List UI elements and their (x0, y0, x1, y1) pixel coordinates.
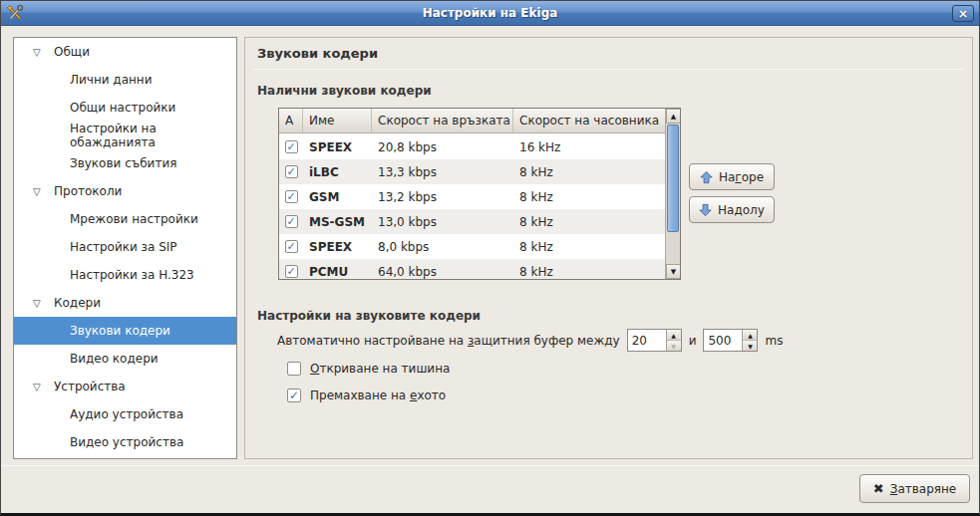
jitter-max-spinbox[interactable]: ▲ ▼ (703, 329, 758, 352)
table-row[interactable]: ✓ PCMU 64,0 kbps 8 kHz (279, 259, 665, 280)
spin-up-icon[interactable]: ▲ (667, 330, 681, 340)
spin-down-icon[interactable]: ▼ (667, 340, 681, 351)
spinner-steppers: ▲ ▼ (742, 330, 757, 351)
scroll-down-button[interactable]: ▼ (666, 264, 681, 279)
column-header-active[interactable]: A (279, 109, 303, 132)
sidebar-group-ustroystva[interactable]: ▽ Устройства (14, 373, 236, 400)
column-header-clockrate[interactable]: Скорост на часовника (513, 109, 665, 132)
codec-enabled-checkbox[interactable]: ✓ (285, 190, 298, 203)
sidebar-group-obshti[interactable]: ▽ Общи (14, 38, 236, 66)
table-row[interactable]: ✓ SPEEX 8,0 kbps 8 kHz (279, 234, 665, 259)
column-header-bitrate[interactable]: Скорост на връзката (372, 109, 513, 132)
codec-settings-label: Настройки на звуковите кодери (257, 309, 481, 323)
table-scrollbar[interactable]: ▲ ▼ (665, 109, 680, 279)
scroll-up-button[interactable]: ▲ (666, 109, 681, 124)
echo-cancellation-label: Премахване на ехото (310, 388, 446, 402)
jitter-buffer-row: Автоматично настройване на защитния буфе… (277, 329, 783, 352)
sidebar-group-protokoli[interactable]: ▽ Протоколи (14, 177, 236, 205)
sidebar-item-obshti-nastroyki[interactable]: Общи настройки (14, 94, 236, 122)
close-button[interactable]: ✖ Затваряне (859, 474, 970, 503)
check-icon: ✓ (286, 216, 295, 227)
table-row[interactable]: ✓ iLBC 13,3 kbps 8 kHz (279, 159, 665, 184)
codec-table-header: A Име Скорост на връзката Скорост на час… (279, 109, 665, 133)
unit-label: ms (765, 334, 783, 348)
codec-enabled-checkbox[interactable]: ✓ (285, 265, 298, 278)
scrollbar-thumb[interactable] (667, 125, 679, 232)
expander-icon[interactable]: ▽ (33, 47, 48, 58)
silence-detection-checkbox[interactable] (287, 362, 301, 376)
sidebar-group-koderi[interactable]: ▽ Кодери (14, 289, 236, 317)
down-arrow-icon (699, 203, 712, 217)
window-close-button[interactable]: × (952, 5, 974, 22)
spin-up-icon[interactable]: ▲ (743, 330, 757, 340)
sidebar-item-video-koderi[interactable]: Видео кодери (14, 345, 236, 373)
arrow-down-icon: ▼ (671, 268, 676, 276)
check-icon: ✓ (286, 166, 295, 177)
footer-separator (1, 465, 979, 466)
codec-table-body: ✓ SPEEX 20,8 kbps 16 kHz ✓ iLBC 13,3 kbp… (279, 134, 665, 280)
available-codecs-label: Налични звукови кодери (257, 84, 432, 98)
sidebar-item-lichni-danni[interactable]: Лични данни (14, 66, 236, 94)
up-arrow-icon (700, 170, 713, 184)
jitter-min-spinbox[interactable]: ▲ ▼ (627, 329, 682, 352)
column-header-name[interactable]: Име (303, 109, 372, 132)
codec-enabled-checkbox[interactable]: ✓ (285, 140, 298, 153)
jitter-buffer-label: Автоматично настройване на защитния буфе… (277, 334, 620, 348)
arrow-up-icon: ▲ (671, 113, 676, 121)
window-title: Настройки на Ekiga (1, 6, 979, 20)
preferences-window: Настройки на Ekiga × ▽ Общи Лични данни … (0, 0, 980, 516)
silence-detection-row[interactable]: Откриване на тишина (287, 362, 450, 376)
silence-detection-label: Откриване на тишина (310, 362, 450, 376)
move-down-button[interactable]: Надолу (689, 196, 775, 223)
title-separator (253, 69, 964, 70)
move-up-button[interactable]: Нагоре (689, 163, 775, 190)
table-row[interactable]: ✓ GSM 13,2 kbps 8 kHz (279, 184, 665, 209)
spin-down-icon[interactable]: ▼ (743, 340, 757, 351)
sidebar-item-nastroyki-za-sip[interactable]: Настройки за SIP (14, 233, 236, 261)
echo-cancellation-checkbox[interactable]: ✓ (287, 388, 301, 402)
table-row[interactable]: ✓ MS-GSM 13,0 kbps 8 kHz (279, 209, 665, 234)
expander-icon[interactable]: ▽ (33, 186, 48, 197)
settings-tree: ▽ Общи Лични данни Общи настройки Настро… (13, 37, 237, 459)
table-row[interactable]: ✓ SPEEX 20,8 kbps 16 kHz (279, 134, 665, 159)
codec-enabled-checkbox[interactable]: ✓ (285, 240, 298, 253)
jitter-max-input[interactable] (704, 330, 742, 351)
sidebar-item-audio-ustroystva[interactable]: Аудио устройства (14, 400, 236, 428)
sidebar-item-nastroyki-na-obazhdaniyata[interactable]: Настройки на обажданията (14, 122, 236, 149)
sidebar-item-nastroyki-za-h323[interactable]: Настройки за H.323 (14, 261, 236, 289)
check-icon: ✓ (286, 241, 295, 252)
sidebar-item-zvukovi-koderi[interactable]: Звукови кодери (14, 317, 236, 345)
page-title: Звукови кодери (257, 46, 378, 61)
check-icon: ✓ (286, 266, 295, 277)
main-panel: Звукови кодери Налични звукови кодери A … (244, 37, 973, 459)
jitter-min-input[interactable] (628, 330, 666, 351)
expander-icon[interactable]: ▽ (33, 298, 48, 309)
codec-enabled-checkbox[interactable]: ✓ (285, 215, 298, 228)
close-button-label: Затваряне (890, 482, 957, 496)
sidebar-item-zvukovi-sabitiya[interactable]: Звукови събития (14, 149, 236, 177)
titlebar[interactable]: Настройки на Ekiga × (1, 1, 979, 26)
expander-icon[interactable]: ▽ (33, 382, 48, 392)
check-icon: ✓ (286, 191, 295, 202)
spinner-steppers: ▲ ▼ (666, 330, 681, 351)
move-down-label: Надолу (718, 203, 765, 217)
check-icon: ✓ (289, 390, 299, 401)
sidebar-item-video-ustroystva[interactable]: Видео устройства (14, 428, 236, 456)
sidebar-item-mrezhovi-nastroyki[interactable]: Мрежови настройки (14, 205, 236, 233)
close-icon: × (958, 7, 968, 21)
close-x-icon: ✖ (873, 481, 884, 496)
move-up-label: Нагоре (719, 170, 764, 184)
dialog-body: ▽ Общи Лични данни Общи настройки Настро… (1, 26, 979, 513)
check-icon: ✓ (286, 141, 295, 152)
codec-table: A Име Скорост на връзката Скорост на час… (278, 108, 681, 280)
codec-enabled-checkbox[interactable]: ✓ (285, 165, 298, 178)
between-label: и (689, 334, 697, 348)
echo-cancellation-row[interactable]: ✓ Премахване на ехото (287, 388, 446, 402)
